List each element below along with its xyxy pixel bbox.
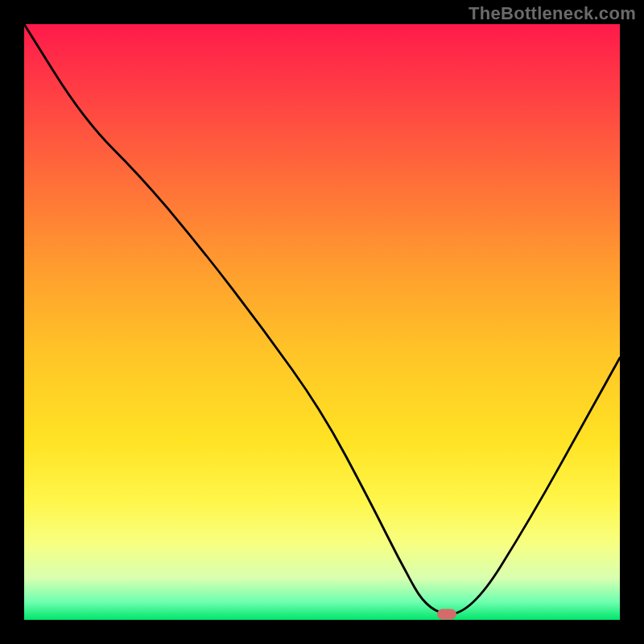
optimal-point-marker [437, 609, 456, 619]
plot-area [24, 24, 620, 620]
curve-svg [24, 24, 620, 620]
watermark-text: TheBottleneck.com [469, 3, 636, 24]
bottleneck-curve-path [24, 24, 620, 614]
chart-container: TheBottleneck.com [0, 0, 644, 644]
